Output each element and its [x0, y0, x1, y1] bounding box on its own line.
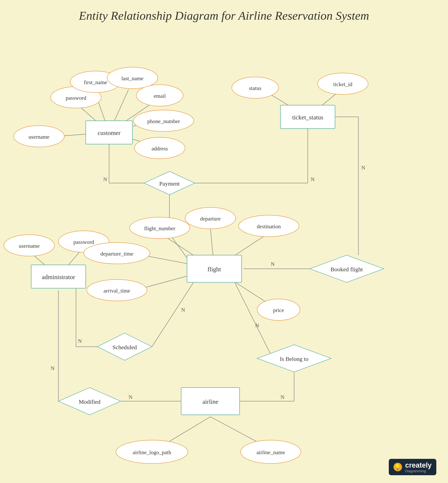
- creately-logo: 💡 creately Diagramming: [389, 459, 436, 475]
- svg-text:N: N: [51, 365, 55, 371]
- svg-text:N: N: [255, 322, 259, 328]
- er-diagram: N N N N N N N N N N customer: [0, 0, 448, 483]
- attr-status-label: status: [249, 85, 261, 91]
- rel-booked-flight-label: Booked flight: [331, 266, 363, 272]
- attr-admin-password-label: password: [73, 239, 94, 245]
- attr-departure-time-label: departure_time: [100, 251, 133, 257]
- svg-text:N: N: [181, 307, 185, 313]
- rel-modified-label: Modified: [79, 398, 101, 405]
- svg-line-26: [152, 280, 195, 347]
- attr-phone-label: phone_number: [147, 118, 180, 124]
- attr-customer-username-label: username: [28, 134, 49, 140]
- attr-destination-label: destination: [257, 223, 281, 230]
- attr-first-name-label: first_name: [84, 79, 107, 85]
- attr-email-label: email: [154, 93, 166, 99]
- rel-payment-label: Payment: [159, 180, 180, 187]
- entity-administrator-label: administrator: [42, 273, 75, 280]
- attr-departure-label: departure: [200, 216, 221, 222]
- entity-flight-label: flight: [208, 266, 221, 273]
- attr-address-label: address: [152, 145, 168, 151]
- rel-is-belong-to-label: Is Belong to: [280, 356, 309, 362]
- svg-text:N: N: [78, 338, 82, 344]
- svg-text:N: N: [361, 165, 365, 171]
- attr-airline-logo-label: airline_logo_path: [133, 449, 171, 455]
- attr-airline-name-label: airline_name: [256, 449, 285, 455]
- svg-line-38: [234, 280, 273, 358]
- attr-admin-username-label: username: [19, 243, 40, 249]
- attr-price-label: price: [273, 307, 284, 313]
- svg-text:N: N: [271, 261, 275, 267]
- attr-ticket-id-label: ticket_id: [333, 81, 352, 87]
- logo-bulb-icon: 💡: [393, 463, 402, 471]
- svg-text:N: N: [280, 394, 284, 400]
- entity-ticket-status-label: ticket_status: [292, 114, 323, 121]
- svg-text:N: N: [311, 176, 315, 182]
- rel-scheduled-label: Scheduled: [112, 344, 137, 350]
- attr-arrival-time-label: arrival_time: [104, 288, 130, 294]
- attr-last-name-label: last_name: [121, 75, 144, 81]
- logo-sub: Diagramming: [405, 469, 432, 473]
- attr-flight-number-label: flight_number: [144, 225, 176, 231]
- svg-text:N: N: [103, 176, 107, 182]
- entity-customer-label: customer: [98, 129, 120, 136]
- entity-airline-label: airline: [202, 398, 218, 405]
- svg-text:N: N: [128, 394, 132, 400]
- logo-brand: creately: [405, 461, 432, 469]
- attr-password-label: password: [66, 95, 86, 101]
